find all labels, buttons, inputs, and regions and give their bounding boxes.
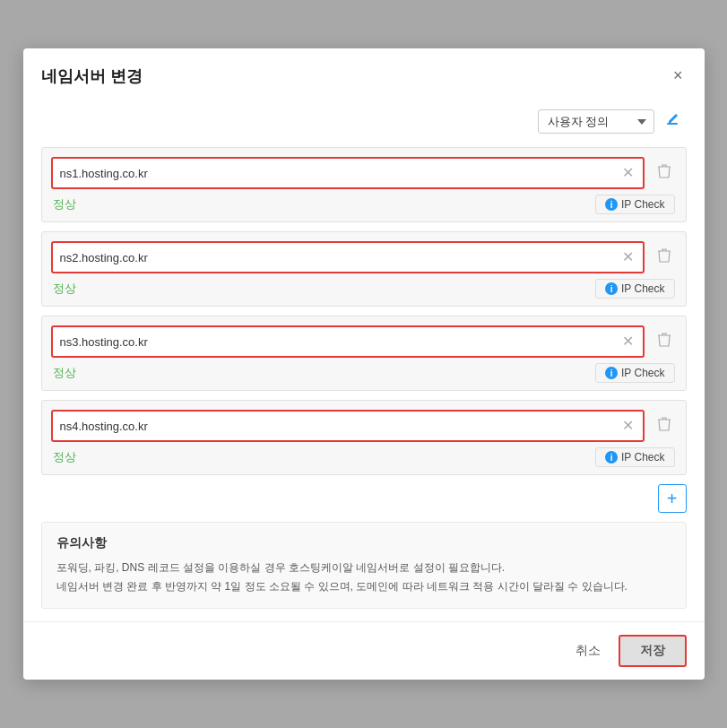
add-row: + (41, 484, 687, 513)
ns-input-row-2: ✕ (51, 241, 677, 273)
trash-icon-1 (657, 163, 671, 179)
svg-rect-0 (667, 123, 678, 125)
ns-status-3: 정상 (53, 365, 76, 381)
ip-check-btn-1[interactable]: i IP Check (595, 195, 674, 214)
ns-input-row-3: ✕ (51, 325, 677, 358)
modal-dialog: 네임서버 변경 × 사용자 정의 ✕ (23, 48, 705, 680)
ip-check-label-1: IP Check (621, 198, 664, 211)
notice-line-1: 포워딩, 파킹, DNS 레코드 설정을 이용하실 경우 호스팅케이알 네임서버… (56, 559, 671, 576)
close-button[interactable]: × (670, 63, 687, 89)
ns-status-row-2: 정상 i IP Check (51, 279, 677, 299)
ns-input-row-4: ✕ (51, 410, 677, 442)
cancel-button[interactable]: 취소 (567, 637, 610, 664)
notice-line-2: 네임서버 변경 완료 후 반영까지 약 1일 정도 소요될 수 있으며, 도메인… (56, 577, 671, 595)
add-ns-button[interactable]: + (658, 484, 687, 513)
ns-row-2: ✕ 정상 i IP Check (41, 231, 687, 307)
ns-input-row-1: ✕ (51, 157, 677, 189)
ns-delete-btn-3[interactable] (652, 328, 677, 355)
edit-icon (665, 110, 683, 128)
ip-check-label-3: IP Check (621, 367, 664, 379)
save-button[interactable]: 저장 (619, 635, 687, 667)
edit-preset-button[interactable] (662, 108, 687, 134)
modal-header: 네임서버 변경 × (23, 48, 705, 100)
ns-input-box-4: ✕ (51, 410, 645, 442)
info-icon-4: i (605, 451, 618, 464)
ns-status-1: 정상 (53, 196, 76, 212)
ns-input-2[interactable] (60, 251, 620, 264)
ns-clear-btn-1[interactable]: ✕ (620, 166, 636, 180)
ns-input-4[interactable] (60, 420, 620, 433)
ns-delete-btn-4[interactable] (652, 412, 677, 439)
ns-status-row-1: 정상 i IP Check (51, 195, 677, 214)
ns-status-row-3: 정상 i IP Check (51, 363, 677, 383)
ns-delete-btn-2[interactable] (652, 244, 677, 271)
preset-dropdown[interactable]: 사용자 정의 (538, 109, 654, 134)
ns-status-row-4: 정상 i IP Check (51, 447, 677, 467)
ip-check-btn-3[interactable]: i IP Check (595, 363, 674, 383)
info-icon-1: i (605, 198, 618, 211)
ns-status-2: 정상 (53, 281, 76, 297)
info-icon-2: i (605, 282, 618, 295)
trash-icon-3 (657, 332, 671, 348)
notice-text: 포워딩, 파킹, DNS 레코드 설정을 이용하실 경우 호스팅케이알 네임서버… (56, 559, 671, 595)
ns-input-box-3: ✕ (51, 325, 645, 358)
trash-icon-4 (657, 416, 671, 432)
ip-check-label-4: IP Check (621, 451, 664, 464)
trash-icon-2 (657, 247, 671, 264)
ip-check-btn-4[interactable]: i IP Check (595, 447, 674, 467)
ns-input-3[interactable] (60, 335, 620, 349)
ns-clear-btn-4[interactable]: ✕ (620, 419, 636, 433)
modal-overlay: 네임서버 변경 × 사용자 정의 ✕ (0, 0, 727, 728)
ns-input-box-1: ✕ (51, 157, 645, 189)
ns-clear-btn-2[interactable]: ✕ (620, 250, 636, 264)
dropdown-row: 사용자 정의 (41, 108, 687, 134)
modal-body: 사용자 정의 ✕ (23, 100, 705, 618)
ns-status-4: 정상 (53, 449, 76, 465)
ip-check-btn-2[interactable]: i IP Check (595, 279, 674, 299)
ip-check-label-2: IP Check (621, 282, 664, 295)
ns-input-box-2: ✕ (51, 241, 645, 273)
ns-input-1[interactable] (60, 167, 620, 180)
ns-row-3: ✕ 정상 i IP Check (41, 316, 687, 391)
notice-title: 유의사항 (56, 535, 671, 551)
notice-box: 유의사항 포워딩, 파킹, DNS 레코드 설정을 이용하실 경우 호스팅케이알… (41, 522, 687, 609)
modal-footer: 취소 저장 (23, 621, 705, 680)
ns-row-1: ✕ 정상 i IP Check (41, 147, 687, 222)
info-icon-3: i (605, 367, 618, 379)
ns-delete-btn-1[interactable] (652, 160, 677, 186)
modal-title: 네임서버 변경 (41, 65, 143, 87)
ns-row-4: ✕ 정상 i IP Check (41, 400, 687, 475)
ns-clear-btn-3[interactable]: ✕ (620, 334, 636, 349)
